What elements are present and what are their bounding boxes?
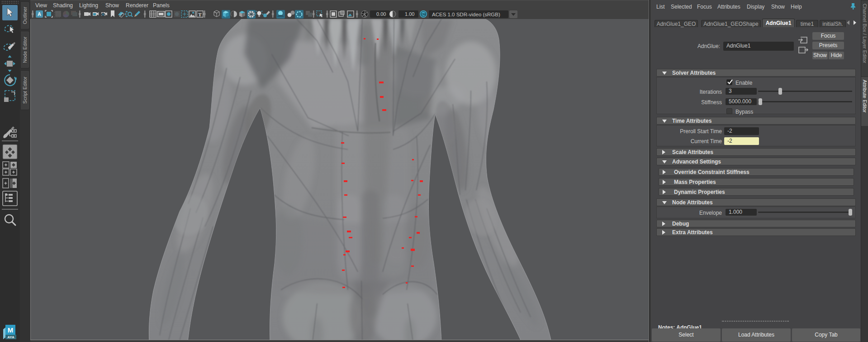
svg-text:T: T [198,12,202,17]
svg-text:1.00: 1.00 [405,11,414,17]
svg-text:ON: ON [421,13,426,16]
svg-text:0.00: 0.00 [376,11,386,17]
svg-text:AYA: AYA [7,335,14,339]
svg-text:ACES 1.0 SDR-video (sRGB): ACES 1.0 SDR-video (sRGB) [432,12,500,17]
svg-text:M: M [8,326,14,334]
svg-text:A: A [38,11,41,17]
